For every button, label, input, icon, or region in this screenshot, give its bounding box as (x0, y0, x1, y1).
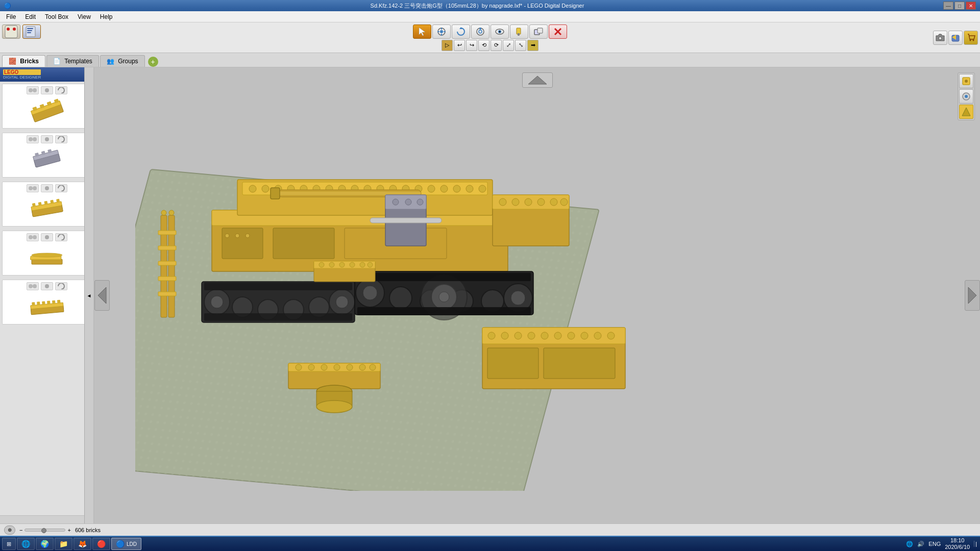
network-icon: 🌐 (906, 541, 913, 547)
svg-point-192 (350, 262, 355, 267)
canvas-tool-3[interactable] (959, 105, 973, 119)
svg-point-30 (973, 39, 974, 41)
group3-ctrl1[interactable] (27, 184, 39, 192)
group3-ctrl2[interactable] (41, 184, 53, 192)
group5-ctrl3[interactable] (55, 282, 67, 290)
svg-point-89 (336, 296, 348, 308)
hinge-tool-button[interactable] (471, 24, 489, 39)
start-icon: ⊞ (7, 541, 11, 547)
canvas-tool-2[interactable] (959, 89, 973, 104)
menu-toolbox[interactable]: Tool Box (41, 12, 72, 21)
navigate-right-button[interactable] (965, 280, 980, 311)
group2-ctrl3[interactable] (55, 135, 67, 143)
menu-view[interactable]: View (74, 12, 95, 21)
svg-point-162 (512, 198, 519, 206)
camera-button[interactable] (933, 31, 947, 45)
group1-ctrl1[interactable] (27, 86, 39, 94)
show-desktop-icon[interactable]: | (974, 541, 978, 547)
rotate-right-button[interactable]: ↪ (466, 40, 477, 51)
svg-point-191 (339, 262, 345, 267)
templates-tab-icon: 📄 (53, 58, 61, 65)
svg-rect-69 (32, 302, 35, 306)
paint-tool-button[interactable] (510, 24, 528, 39)
svg-point-2 (13, 28, 16, 31)
rotate-tool-button[interactable] (452, 24, 470, 39)
svg-rect-113 (357, 307, 531, 315)
svg-point-151 (321, 364, 327, 370)
panel-collapse-button[interactable]: ◄ (84, 67, 93, 523)
buy-button[interactable] (964, 31, 978, 45)
navigate-left-button[interactable] (94, 280, 110, 311)
add-tab-button[interactable]: + (148, 57, 158, 67)
group2-ctrl1[interactable] (27, 135, 39, 143)
navigate-up-button[interactable] (522, 72, 553, 88)
svg-rect-10 (441, 34, 442, 36)
zoom-control[interactable]: − + (19, 527, 71, 533)
group1-ctrl3[interactable] (55, 86, 67, 94)
lego-logo-button[interactable] (2, 24, 20, 39)
taskbar-app-explorer[interactable]: 🌐 (17, 538, 35, 550)
eye-tool-button[interactable] (491, 24, 509, 39)
group4-ctrl1[interactable] (27, 233, 39, 241)
svg-rect-53 (32, 203, 35, 207)
rotate-left-button[interactable]: ↩ (454, 40, 465, 51)
svg-rect-186 (370, 218, 442, 223)
tab-bricks[interactable]: 🧱 Bricks (2, 55, 45, 67)
svg-point-171 (514, 332, 522, 339)
brick-count-label: 606 bricks (75, 527, 101, 533)
minimize-button[interactable]: — (943, 2, 953, 10)
taskbar-app-firefox[interactable]: 🦊 (74, 538, 91, 550)
titlebar-title: Sd.Kfz.142-2 三号突击炮G型（105mmL28）by napgrad… (371, 2, 584, 10)
menu-file[interactable]: File (2, 12, 20, 21)
tab-groups[interactable]: 👥 Groups (100, 55, 145, 67)
brick-group-4: ✕ (2, 231, 91, 276)
taskbar-app-5[interactable]: 🔴 (92, 538, 110, 550)
view-badge[interactable]: ⊕ (4, 525, 15, 535)
svg-point-199 (965, 95, 968, 98)
clone-tool-button[interactable] (529, 24, 548, 39)
group5-ctrl2[interactable] (41, 282, 53, 290)
view-top-button[interactable]: ⤡ (515, 40, 526, 51)
svg-point-42 (45, 137, 49, 141)
titlebar-controls: — □ ✕ (943, 2, 976, 10)
new-model-button[interactable] (22, 24, 41, 39)
rotate-down-button[interactable]: ⟳ (491, 40, 502, 51)
horizontal-scrollbar[interactable] (0, 515, 84, 523)
canvas-tool-1[interactable] (959, 74, 973, 88)
view-button-8[interactable]: ➡ (527, 40, 538, 51)
group4-ctrl3[interactable] (55, 233, 67, 241)
view-button-1[interactable]: ▷ (442, 40, 453, 51)
taskbar: ⊞ 🌐 🌍 📁 🦊 🔴 🔵 LDD 🌐 🔊 ENG 18:10 2020/6/1… (0, 536, 980, 551)
group5-ctrl1[interactable] (27, 282, 39, 290)
taskbar-time: 18:10 2020/6/10 (945, 537, 970, 550)
pan-tool-button[interactable] (432, 24, 451, 39)
rotate-up-button[interactable]: ⟲ (478, 40, 489, 51)
view-front-button[interactable]: ⤢ (503, 40, 514, 51)
select-tool-button[interactable] (413, 24, 431, 39)
group4-ctrl2[interactable] (41, 233, 53, 241)
maximize-button[interactable]: □ (954, 2, 965, 10)
taskbar-app-chrome[interactable]: 🌍 (36, 538, 54, 550)
group2-ctrl2[interactable] (41, 135, 53, 143)
svg-rect-112 (357, 273, 531, 281)
zoom-slider[interactable] (24, 529, 65, 532)
start-button[interactable]: ⊞ (2, 538, 16, 550)
close-button[interactable]: ✕ (966, 2, 976, 10)
canvas-area[interactable] (94, 67, 980, 523)
zoom-thumb[interactable] (41, 528, 46, 533)
zoom-plus-icon[interactable]: + (67, 527, 70, 533)
menu-help[interactable]: Help (96, 12, 117, 21)
svg-point-194 (368, 262, 373, 267)
group3-ctrl3[interactable] (55, 184, 67, 192)
tab-templates[interactable]: 📄 Templates (46, 55, 99, 67)
zoom-minus-icon[interactable]: − (19, 527, 22, 533)
delete-tool-button[interactable] (549, 24, 567, 39)
taskbar-app-folder[interactable]: 📁 (55, 538, 72, 550)
lego-logo: LEGO DIGITAL DESIGNER (3, 69, 41, 80)
group1-ctrl2[interactable] (41, 86, 53, 94)
toolbar-row1 (413, 24, 567, 39)
menu-edit[interactable]: Edit (21, 12, 40, 21)
svg-point-176 (581, 332, 588, 339)
taskbar-app-ldd[interactable]: 🔵 LDD (111, 538, 141, 550)
share-button[interactable] (948, 31, 963, 45)
